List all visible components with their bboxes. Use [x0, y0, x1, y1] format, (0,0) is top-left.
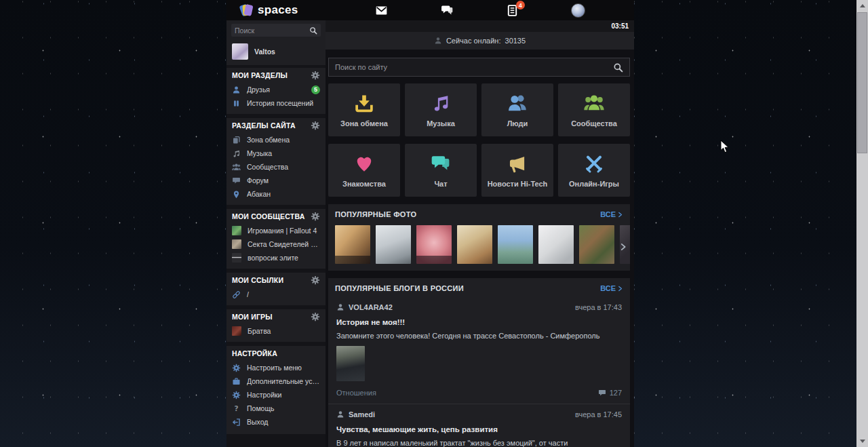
- online-count: 30135: [505, 37, 526, 45]
- photo-thumbnail[interactable]: [335, 225, 370, 264]
- spaces-logo[interactable]: spaces: [226, 3, 326, 17]
- sidebar-item-forum[interactable]: Форум: [226, 174, 326, 187]
- item-label: Настроить меню: [247, 364, 320, 372]
- group-header: НАСТРОЙКА: [226, 346, 326, 361]
- sidebar-group-my-sections: МОИ РАЗДЕЛЫ Друзья 5 История посещений: [226, 68, 326, 114]
- group-title: МОИ СООБЩЕСТВА: [232, 212, 304, 220]
- profile-avatar[interactable]: [571, 3, 586, 18]
- post-title[interactable]: Чувства, мешающие жить, цепь развития: [336, 425, 622, 433]
- community-thumbnail: [232, 239, 241, 249]
- tile-hitech-news[interactable]: Новости Hi-Tech: [481, 144, 553, 197]
- chevron-right-icon: [617, 212, 623, 218]
- item-label: /: [247, 290, 320, 298]
- photo-thumbnail[interactable]: [376, 225, 411, 264]
- scrollbar-down-arrow[interactable]: [856, 435, 868, 447]
- photo-thumbnail[interactable]: [457, 225, 492, 264]
- photos-next-arrow[interactable]: [618, 241, 628, 253]
- tile-music[interactable]: Музыка: [405, 83, 477, 136]
- gear-icon[interactable]: [311, 71, 320, 80]
- post-footer: Отношения 127: [336, 389, 622, 404]
- scrollbar-thumb[interactable]: [857, 12, 867, 153]
- content-scroll: Зона обмена Музыка Люди Сообщества: [326, 50, 634, 447]
- link-icon: [232, 290, 241, 299]
- tile-dating[interactable]: Знакомства: [328, 144, 400, 197]
- logout-icon: [232, 418, 241, 427]
- browser-scrollbar[interactable]: [856, 0, 868, 447]
- tile-communities[interactable]: Сообщества: [558, 83, 630, 136]
- blog-post: Samedi вчера в 17:45 Чувства, мешающие ж…: [328, 404, 630, 447]
- sidebar-search-input[interactable]: [235, 26, 309, 35]
- sidebar-group-settings: НАСТРОЙКА Настроить меню Дополнительные …: [226, 346, 326, 434]
- sidebar-item-community-voprosik[interactable]: вопросик элите: [226, 251, 326, 265]
- photo-thumbnail[interactable]: [498, 225, 533, 264]
- scrollbar-up-arrow[interactable]: [856, 0, 868, 12]
- photo-thumbnail[interactable]: [416, 225, 452, 264]
- post-category-link[interactable]: Отношения: [336, 389, 376, 397]
- gear-icon[interactable]: [311, 212, 320, 221]
- sidebar-item-community-sekta[interactable]: Секта Свидетелей Сракес...: [226, 237, 326, 251]
- sidebar-item-music[interactable]: Музыка: [226, 147, 326, 160]
- sidebar-item-customize-menu[interactable]: Настроить меню: [226, 361, 326, 374]
- blogs-all-link[interactable]: ВСЕ: [600, 284, 623, 292]
- item-label: Зона обмена: [247, 136, 320, 144]
- gear-icon[interactable]: [311, 275, 320, 285]
- site-search-input[interactable]: [335, 63, 608, 71]
- group-title: РАЗДЕЛЫ САЙТА: [232, 121, 296, 130]
- tile-label: Онлайн-Игры: [569, 180, 619, 188]
- chat-icon[interactable]: [439, 3, 454, 18]
- music-note-icon: [232, 149, 241, 158]
- photo-thumbnail[interactable]: [579, 225, 614, 264]
- sidebar-item-settings[interactable]: Настройки: [226, 388, 326, 402]
- search-icon[interactable]: [309, 26, 317, 35]
- sidebar-item-extra-services[interactable]: Дополнительные услуги: [226, 374, 326, 388]
- sidebar-item-exchange-zone[interactable]: Зона обмена: [226, 133, 326, 147]
- mail-icon[interactable]: [374, 3, 389, 18]
- online-counter-row[interactable]: Сейчас онлайн: 30135: [326, 32, 634, 50]
- photos-all-link[interactable]: ВСЕ: [600, 210, 623, 218]
- group-title: МОИ ССЫЛКИ: [232, 276, 283, 284]
- person-icon: [232, 85, 241, 94]
- post-author[interactable]: Samedi: [336, 410, 375, 419]
- sidebar-item-help[interactable]: Помощь: [226, 402, 326, 415]
- files-icon: [232, 136, 241, 144]
- tile-label: Музыка: [427, 119, 455, 128]
- site-search-bar[interactable]: [328, 58, 630, 77]
- photo-thumbnail[interactable]: [538, 225, 574, 264]
- item-label: История посещений: [247, 99, 320, 107]
- sidebar-item-visit-history[interactable]: История посещений: [226, 96, 326, 110]
- tile-online-games[interactable]: Онлайн-Игры: [558, 144, 630, 197]
- sidebar-item-logout[interactable]: Выход: [226, 415, 326, 429]
- group-header: МОИ РАЗДЕЛЫ: [226, 68, 326, 83]
- item-label: Настройки: [247, 391, 320, 399]
- tile-people[interactable]: Люди: [481, 83, 553, 136]
- main-content: 03:51 Сейчас онлайн: 30135 Зо: [326, 20, 634, 447]
- all-link-label: ВСЕ: [600, 210, 616, 218]
- tile-label: Знакомства: [342, 180, 386, 188]
- people-icon: [507, 93, 528, 113]
- forum-icon: [232, 176, 241, 185]
- tile-label: Люди: [507, 119, 528, 128]
- post-title[interactable]: История не моя!!!: [336, 318, 622, 326]
- clock-time: 03:51: [611, 22, 629, 30]
- group-header: МОИ ССЫЛКИ: [226, 273, 326, 288]
- sidebar-item-abakan[interactable]: Абакан: [226, 187, 326, 201]
- tile-chat[interactable]: Чат: [405, 144, 477, 197]
- gear-icon[interactable]: [311, 312, 320, 322]
- sidebar-item-friends[interactable]: Друзья 5: [226, 83, 326, 96]
- sidebar-search-box[interactable]: [231, 24, 321, 37]
- sidebar-item-communities[interactable]: Сообщества: [226, 160, 326, 174]
- gear-icon[interactable]: [311, 121, 320, 130]
- section-title: ПОПУЛЯРНЫЕ БЛОГИ В РОССИИ: [335, 284, 464, 292]
- tile-exchange-zone[interactable]: Зона обмена: [328, 83, 400, 136]
- sidebar-user-row[interactable]: Valtos: [226, 39, 326, 65]
- sidebar-item-game-bratva[interactable]: Братва: [226, 324, 326, 338]
- post-comments[interactable]: 127: [598, 389, 622, 397]
- popular-photos-section: ПОПУЛЯРНЫЕ ФОТО ВСЕ: [328, 204, 630, 271]
- search-icon[interactable]: [613, 62, 623, 73]
- sidebar-item-community-fallout[interactable]: Игромания | Fallout 4: [226, 224, 326, 237]
- sidebar-item-link-root[interactable]: /: [226, 288, 326, 301]
- post-image[interactable]: [336, 346, 365, 381]
- post-author[interactable]: VOL4ARA42: [336, 303, 393, 311]
- item-label: Выход: [247, 418, 320, 426]
- notifications-icon[interactable]: 4: [505, 3, 520, 18]
